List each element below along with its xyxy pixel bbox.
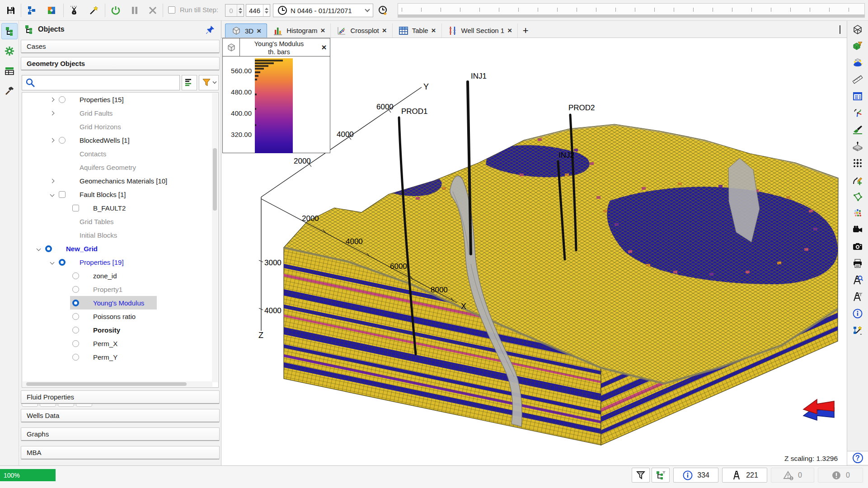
- objects-tree[interactable]: Properties [15]Grid FaultsGrid HorizonsB…: [22, 92, 219, 388]
- ruler-button[interactable]: [849, 72, 867, 87]
- tree-vertical-scrollbar[interactable]: [212, 93, 218, 382]
- search-input[interactable]: [38, 79, 177, 87]
- expander-icon[interactable]: [47, 98, 56, 101]
- add-tab-button[interactable]: +: [518, 23, 533, 38]
- well-search-button[interactable]: [849, 272, 867, 288]
- tree-item-blockedwells-1[interactable]: BlockedWells [1]: [22, 133, 218, 147]
- tree-item-porosity[interactable]: Porosity: [22, 323, 218, 337]
- timeline-slider[interactable]: [398, 3, 865, 18]
- tree-item-geomechanics-materials-10[interactable]: Geomechanics Materials [10]: [22, 174, 218, 188]
- expander-icon[interactable]: [47, 112, 56, 115]
- radio-button[interactable]: [56, 259, 67, 266]
- radio-button[interactable]: [70, 272, 81, 279]
- aquifer-view-button[interactable]: [849, 55, 867, 70]
- checkbox[interactable]: [70, 205, 81, 211]
- run-icon[interactable]: [108, 3, 123, 18]
- cut-icon[interactable]: [67, 3, 81, 18]
- stepper-arrows[interactable]: [263, 5, 270, 16]
- close-icon[interactable]: ×: [507, 27, 512, 34]
- edit-trajectory-button[interactable]: [849, 172, 867, 188]
- info-count-button[interactable]: 334: [673, 468, 718, 483]
- warning-count-button[interactable]: 0: [771, 468, 814, 483]
- tree-item-b-fault2[interactable]: B_FAULT2: [22, 201, 218, 215]
- filter-button[interactable]: [199, 75, 219, 90]
- pause-icon[interactable]: [127, 3, 142, 18]
- tree-item-contacts[interactable]: Contacts: [22, 147, 218, 160]
- workflow-wizard-button[interactable]: [849, 323, 867, 338]
- tree-horizontal-scrollbar[interactable]: [23, 381, 212, 387]
- expander-icon[interactable]: [47, 193, 56, 196]
- pin-icon[interactable]: [205, 24, 215, 34]
- sidebar-item-tables[interactable]: [1, 63, 18, 79]
- polygon-button[interactable]: [849, 189, 867, 204]
- close-icon[interactable]: ×: [382, 27, 387, 34]
- tree-item-grid-horizons[interactable]: Grid Horizons: [22, 120, 218, 133]
- close-icon[interactable]: ×: [320, 27, 325, 34]
- grid-filter-button[interactable]: [849, 38, 867, 54]
- timestep-dropdown[interactable]: N 0446 - 01/11/2071: [273, 4, 373, 17]
- help-button[interactable]: ?: [847, 451, 868, 465]
- close-icon[interactable]: ×: [432, 27, 436, 34]
- well-count-button[interactable]: 221: [722, 468, 767, 483]
- slice-button[interactable]: [849, 139, 867, 154]
- view-cube-button[interactable]: [849, 22, 867, 37]
- tree-item-perm-x[interactable]: Perm_X: [22, 337, 218, 350]
- close-icon[interactable]: ×: [257, 27, 261, 35]
- video-camera-button[interactable]: [849, 222, 867, 238]
- sidebar-item-tools[interactable]: [1, 83, 18, 99]
- well-filter-button[interactable]: [849, 289, 867, 305]
- run-till-step-stepper[interactable]: 0: [225, 4, 244, 17]
- tree-item-initial-blocks[interactable]: Initial Blocks: [22, 228, 218, 242]
- workflow-icon[interactable]: [24, 3, 39, 18]
- report-button[interactable]: [849, 89, 867, 104]
- radio-button[interactable]: [56, 96, 67, 103]
- save-icon[interactable]: [4, 3, 18, 18]
- photo-camera-button[interactable]: [849, 239, 867, 254]
- checkbox[interactable]: [56, 191, 67, 198]
- tree-item-perm-y[interactable]: Perm_Y: [22, 350, 218, 364]
- expander-icon[interactable]: [47, 139, 56, 142]
- tree-item-grid-tables[interactable]: Grid Tables: [22, 215, 218, 228]
- move-points-button[interactable]: [849, 155, 867, 171]
- graphs-section[interactable]: Graphs: [21, 427, 220, 441]
- tree-item-properties-19[interactable]: Properties [19]: [22, 255, 218, 269]
- search-box[interactable]: [22, 75, 180, 90]
- run-till-step-checkbox[interactable]: [168, 6, 175, 14]
- color-legend[interactable]: Young's Modulusth. bars × 560.00 480.00 …: [222, 38, 330, 153]
- radio-button[interactable]: [56, 137, 67, 144]
- sidebar-item-settings[interactable]: [1, 43, 18, 59]
- printer-button[interactable]: [849, 256, 867, 271]
- edit-timesteps-icon[interactable]: [376, 3, 390, 18]
- fluid-properties-section[interactable]: Fluid Properties: [21, 390, 220, 404]
- stepper-arrows[interactable]: [237, 5, 244, 16]
- status-tree-filter-button[interactable]: [652, 468, 670, 483]
- status-filter-button[interactable]: [632, 468, 650, 483]
- radio-button[interactable]: [70, 354, 81, 361]
- current-step-stepper[interactable]: 446: [246, 4, 270, 17]
- sidebar-item-objects-tree[interactable]: [1, 23, 18, 39]
- tab-list-chevron[interactable]: [840, 25, 840, 33]
- rotate-axes-button[interactable]: [849, 105, 867, 121]
- tree-item-new-grid[interactable]: New_Grid: [22, 242, 218, 255]
- expander-icon[interactable]: [47, 179, 56, 183]
- close-icon[interactable]: ×: [318, 38, 330, 56]
- paint-button[interactable]: [849, 122, 867, 137]
- tab-table[interactable]: Table ×: [393, 23, 442, 38]
- geometry-objects-section-header[interactable]: Geometry Objects: [21, 57, 220, 70]
- tree-item-fault-blocks-1[interactable]: Fault Blocks [1]: [22, 188, 218, 201]
- tab-3d[interactable]: 3D ×: [225, 23, 267, 38]
- stop-icon[interactable]: [145, 3, 160, 18]
- plugins-icon[interactable]: [44, 3, 59, 18]
- wizard-icon[interactable]: [87, 3, 101, 18]
- tree-item-aquifers-geometry[interactable]: Aquifers Geometry: [22, 160, 218, 174]
- tab-well-section-1[interactable]: Well Section 1 ×: [442, 23, 518, 38]
- points-cloud-button[interactable]: [849, 206, 867, 221]
- radio-button[interactable]: [70, 327, 81, 333]
- wells-data-section[interactable]: Wells Data: [21, 409, 220, 422]
- radio-button[interactable]: [70, 340, 81, 347]
- expander-icon[interactable]: [47, 261, 56, 264]
- tab-crossplot[interactable]: Crossplot ×: [331, 23, 392, 38]
- info-circle-button[interactable]: [849, 306, 867, 321]
- tree-item-young-s-modulus[interactable]: Young's Modulus: [22, 296, 218, 310]
- tree-item-properties-15[interactable]: Properties [15]: [22, 93, 218, 106]
